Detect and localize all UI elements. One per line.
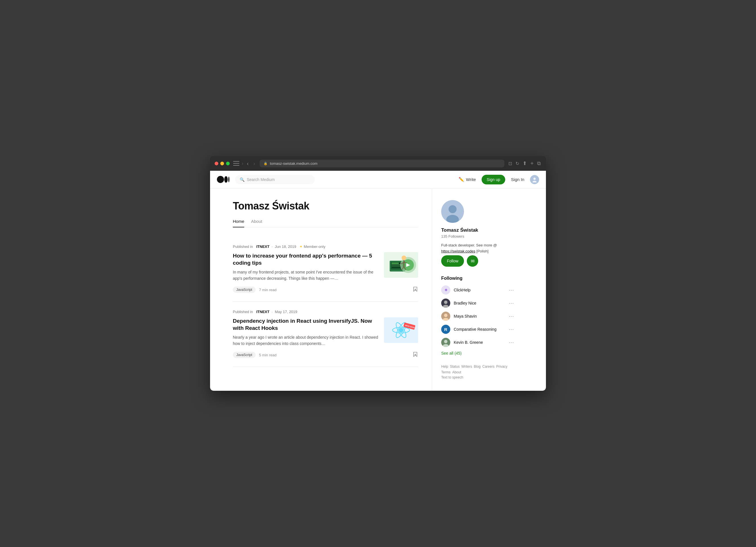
following-avatar-2[interactable]	[441, 312, 450, 321]
article-text-2: Dependency injection in React using Inve…	[233, 317, 378, 347]
maximize-button[interactable]	[226, 162, 230, 165]
following-item-left-1: Bradley Nice	[441, 299, 476, 308]
article-read-time-2: 5 min read	[259, 353, 276, 357]
signin-link[interactable]: Sign In	[511, 177, 524, 182]
svg-point-1	[224, 176, 228, 183]
following-name-4[interactable]: Kevin B. Greene	[454, 340, 483, 345]
svg-point-40	[443, 344, 449, 347]
svg-rect-9	[392, 263, 399, 264]
see-all-link[interactable]: See all (45)	[441, 351, 514, 355]
sidebar-author-name: Tomasz Świstak	[441, 227, 514, 233]
article-tag-1[interactable]: JavaScript	[233, 287, 256, 293]
page-content: 🔍 Search Medium ✏️ Write Sign up Sign In	[210, 171, 546, 391]
article-footer-left-1: JavaScript 7 min read	[233, 287, 276, 293]
article-text-1: How to increase your frontend app's perf…	[233, 252, 378, 282]
new-tab-button[interactable]: +	[530, 160, 534, 167]
sidebar-toggle-icon[interactable]	[233, 161, 239, 166]
article-footer-left-2: JavaScript 5 min read	[233, 352, 276, 358]
tab-overview-button[interactable]: ⧉	[537, 160, 541, 167]
following-avatar-4[interactable]	[441, 338, 450, 347]
profile-tabs: Home About	[233, 219, 418, 227]
following-name-1[interactable]: Bradley Nice	[454, 301, 476, 305]
following-item-left-0: ✦ ClickHelp	[441, 285, 471, 295]
following-more-3[interactable]: ···	[509, 326, 514, 332]
pub-name-2[interactable]: ITNEXT	[256, 310, 269, 314]
footer-careers[interactable]: Careers	[482, 365, 495, 369]
following-name-2[interactable]: Maya Shavin	[454, 314, 477, 318]
follow-button[interactable]: Follow	[441, 255, 464, 267]
share-button[interactable]: ⬆	[522, 160, 527, 167]
following-title: Following	[441, 276, 514, 281]
browser-actions: ⊡ ↻ ⬆ + ⧉	[508, 160, 541, 167]
cast-button[interactable]: ⊡	[508, 160, 513, 167]
following-name-3[interactable]: Comparative Reasoning	[454, 327, 496, 332]
subscribe-button[interactable]: ✉	[467, 255, 478, 267]
article-tag-2[interactable]: JavaScript	[233, 352, 256, 358]
svg-point-37	[444, 314, 447, 317]
browser-controls: › ‹ ›	[233, 160, 256, 167]
url-bar[interactable]: 🔒 tomasz-swistak.medium.com	[260, 160, 504, 167]
sidebar-area: Tomasz Świstak 135 Followers Full-stack …	[432, 189, 523, 391]
svg-point-0	[217, 176, 224, 183]
close-button[interactable]	[215, 162, 218, 165]
signup-button[interactable]: Sign up	[482, 175, 505, 184]
profile-name: Tomasz Świstak	[233, 200, 418, 212]
member-badge-1: ✦	[299, 244, 303, 249]
lock-icon: 🔒	[264, 162, 268, 165]
footer-help[interactable]: Help	[441, 365, 448, 369]
footer-blog[interactable]: Blog	[474, 365, 481, 369]
following-item-left-4: Kevin B. Greene	[441, 338, 483, 347]
following-more-4[interactable]: ···	[509, 340, 514, 346]
article-thumbnail-1[interactable]: ▶	[384, 252, 418, 278]
article-footer-2: JavaScript 5 min read	[233, 351, 418, 359]
write-icon: ✏️	[459, 177, 464, 182]
minimize-button[interactable]	[220, 162, 224, 165]
following-avatar-0[interactable]: ✦	[441, 285, 450, 295]
traffic-lights	[215, 162, 230, 165]
sidebar-followers: 135 Followers	[441, 234, 514, 238]
list-item: ✦ ClickHelp ···	[441, 285, 514, 295]
following-more-2[interactable]: ···	[509, 313, 514, 319]
list-item: R Comparative Reasoning ···	[441, 325, 514, 334]
save-button-2[interactable]	[412, 351, 418, 359]
footer-writers[interactable]: Writers	[461, 365, 472, 369]
browser-titlebar: › ‹ › 🔒 tomasz-swistak.medium.com ⊡ ↻ ⬆ …	[210, 156, 546, 171]
refresh-button[interactable]: ↻	[515, 160, 520, 167]
article-title-2[interactable]: Dependency injection in React using Inve…	[233, 317, 378, 332]
sidebar-bio-link[interactable]: https://swistak.codes	[441, 249, 475, 253]
tab-about[interactable]: About	[251, 219, 262, 227]
search-icon: 🔍	[240, 177, 245, 182]
article-title-1[interactable]: How to increase your frontend app's perf…	[233, 252, 378, 267]
search-bar[interactable]: 🔍 Search Medium	[235, 175, 315, 184]
pub-name-1[interactable]: ITNEXT	[256, 244, 269, 249]
user-avatar-nav[interactable]	[530, 175, 539, 184]
following-more-0[interactable]: ···	[509, 287, 514, 293]
footer-tts[interactable]: Text to speech	[441, 375, 514, 379]
following-avatar-3[interactable]: R	[441, 325, 450, 334]
following-more-1[interactable]: ···	[509, 300, 514, 306]
footer-about[interactable]: About	[452, 370, 461, 374]
footer-privacy[interactable]: Privacy	[496, 365, 507, 369]
subscribe-icon: ✉	[471, 258, 474, 264]
forward-button[interactable]: ›	[252, 160, 256, 167]
write-label: Write	[466, 177, 476, 182]
following-item-left-2: Maya Shavin	[441, 312, 477, 321]
following-name-0[interactable]: ClickHelp	[454, 288, 471, 292]
clickhelp-icon: ✦	[444, 287, 448, 293]
article-body-1: How to increase your frontend app's perf…	[233, 252, 418, 282]
article-date-1: Jun 18, 2019	[275, 244, 296, 249]
svg-point-2	[228, 177, 229, 182]
sidebar-actions: Follow ✉	[441, 255, 514, 267]
write-button[interactable]: ✏️ Write	[459, 177, 476, 182]
article-card-2: Published in ITNEXT · May 17, 2019 Depen…	[233, 302, 418, 367]
medium-logo[interactable]	[217, 176, 229, 183]
article-thumbnail-2[interactable]: WITH HOOK	[384, 317, 418, 343]
footer-status[interactable]: Status	[450, 365, 460, 369]
svg-point-35	[444, 301, 447, 304]
svg-point-4	[533, 181, 537, 182]
back-button[interactable]: ‹	[246, 160, 250, 167]
tab-home[interactable]: Home	[233, 219, 244, 227]
footer-terms[interactable]: Terms	[441, 370, 451, 374]
save-button-1[interactable]	[412, 286, 418, 293]
following-avatar-1[interactable]	[441, 299, 450, 308]
